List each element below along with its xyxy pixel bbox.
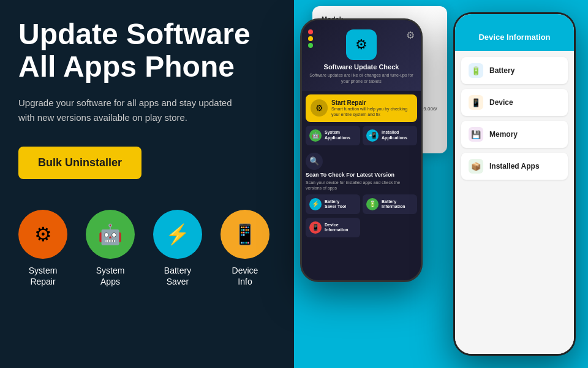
phone-app-title: Software Update Check <box>308 63 415 71</box>
info-battery[interactable]: 🔋 Battery <box>461 57 568 84</box>
phone-screen-left: ⚙ ⚙ Software Update Check Software updat… <box>302 20 421 280</box>
system-apps-grid-label: SystemApplications <box>325 130 350 140</box>
battery-info-grid-label: BatteryInformation <box>382 199 405 210</box>
battery-info-icon: 🔋 <box>469 63 483 78</box>
scan-section: 🔍 Scan To Check For Latest Version Scan … <box>302 149 421 194</box>
phone-grid-installed-apps[interactable]: 📲 InstalledApplications <box>363 126 417 145</box>
system-repair-label: SystemRepair <box>29 265 58 287</box>
system-apps-grid-icon: 🤖 <box>309 129 322 142</box>
phone-grid-system-apps[interactable]: 🤖 SystemApplications <box>306 126 360 145</box>
battery-info-label: Battery <box>489 66 514 75</box>
phone-app-header: ⚙ ⚙ Software Update Check Software updat… <box>302 20 421 91</box>
bulk-uninstaller-button[interactable]: Bulk Uninstaller <box>18 147 141 179</box>
app-icon: ⚙ <box>346 29 377 60</box>
phone-grid-bottom: ⚡ BatterySaver Tool 🔋 BatteryInformation <box>302 194 421 218</box>
info-installed-apps[interactable]: 📦 Installed Apps <box>461 153 568 180</box>
battery-info-grid-icon: 🔋 <box>366 198 379 210</box>
feature-system-apps: 🤖 SystemApps <box>86 210 135 287</box>
scan-icon-row: 🔍 <box>306 153 417 170</box>
info-memory[interactable]: 💾 Memory <box>461 121 568 148</box>
device-label: Device <box>489 98 513 107</box>
device-info-grid-label: DeviceInformation <box>325 223 349 233</box>
battery-saver-icon: ⚡ <box>153 210 202 259</box>
dot-red <box>308 29 313 34</box>
feature-system-repair: ⚙ SystemRepair <box>18 210 67 287</box>
feature-icons-row: ⚙ SystemRepair 🤖 SystemApps ⚡ BatterySav… <box>18 210 276 287</box>
scan-desc: Scan your device for installed apps and … <box>306 180 417 191</box>
info-device[interactable]: 📱 Device <box>461 89 568 116</box>
gear-icon[interactable]: ⚙ <box>406 29 415 41</box>
system-repair-icon: ⚙ <box>18 210 67 259</box>
device-icon: 📱 <box>469 95 483 110</box>
start-repair-text: Start Repair Smart function will help yo… <box>331 99 412 117</box>
start-repair-button[interactable]: ⚙ Start Repair Smart function will help … <box>306 94 417 122</box>
phone-grid-battery-info[interactable]: 🔋 BatteryInformation <box>363 194 417 214</box>
phone-app-subtitle: Software updates are like oil changes an… <box>308 72 415 85</box>
device-info-body: 🔋 Battery 📱 Device 💾 Memory 📦 Installed … <box>455 51 574 356</box>
app-dots <box>308 29 313 48</box>
hero-subtitle: Upgrade your software for all apps and s… <box>18 96 245 125</box>
start-repair-label: Start Repair <box>331 99 412 106</box>
battery-saver-grid-icon: ⚡ <box>309 198 322 210</box>
dot-green <box>308 43 313 48</box>
device-info-label: DeviceInfo <box>232 265 258 287</box>
installed-apps-info-icon: 📦 <box>469 159 483 174</box>
device-info-header: Device Information <box>455 14 574 51</box>
memory-label: Memory <box>489 130 518 139</box>
device-info-icon: 📱 <box>221 210 270 259</box>
phone-grid-battery-saver[interactable]: ⚡ BatterySaver Tool <box>306 194 360 214</box>
phone-grid-device-info[interactable]: 📱 DeviceInformation <box>306 218 360 237</box>
phone-grid: 🤖 SystemApplications 📲 InstalledApplicat… <box>302 126 421 149</box>
installed-apps-info-label: Installed Apps <box>489 162 540 171</box>
device-info-grid-icon: 📱 <box>309 221 322 234</box>
phone-left-mockup: ⚙ ⚙ Software Update Check Software updat… <box>300 18 423 282</box>
system-apps-icon: 🤖 <box>86 210 135 259</box>
dot-yellow <box>308 36 313 41</box>
feature-device-info: 📱 DeviceInfo <box>221 210 270 287</box>
feature-battery-saver: ⚡ BatterySaver <box>153 210 202 287</box>
installed-apps-grid-icon: 📲 <box>366 129 379 142</box>
device-info-title: Device Information <box>461 33 568 42</box>
hero-title: Update Software All Apps Phone <box>18 18 276 83</box>
start-repair-desc: Smart function will help you by checking… <box>331 106 412 117</box>
phone-grid-device: 📱 DeviceInformation <box>302 218 421 241</box>
memory-icon: 💾 <box>469 127 483 142</box>
installed-apps-grid-label: InstalledApplications <box>382 130 407 140</box>
phone-right-mockup: Device Information 🔋 Battery 📱 Device 💾 … <box>453 12 576 356</box>
battery-saver-grid-label: BatterySaver Tool <box>325 199 346 210</box>
scan-icon: 🔍 <box>306 153 323 170</box>
system-apps-label: SystemApps <box>96 265 125 287</box>
start-repair-icon: ⚙ <box>311 99 328 117</box>
scan-title: Scan To Check For Latest Version <box>306 172 417 178</box>
battery-saver-label: BatterySaver <box>164 265 191 287</box>
left-content-area: Update Software All Apps Phone Upgrade y… <box>18 18 276 287</box>
